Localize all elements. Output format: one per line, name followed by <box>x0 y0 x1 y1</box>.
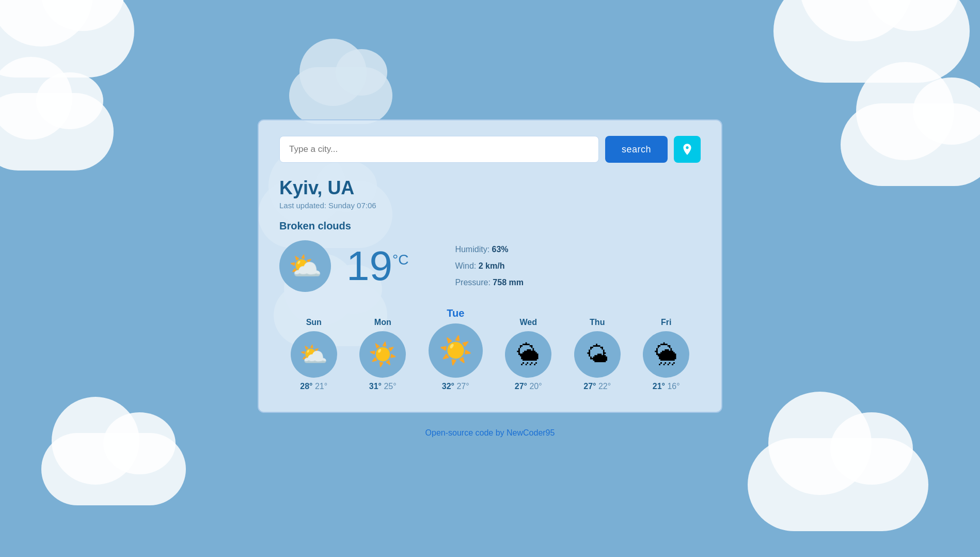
forecast-lo: 16° <box>667 382 679 391</box>
forecast-day-label: Wed <box>520 318 537 327</box>
forecast-hi: 28° <box>300 382 312 391</box>
forecast-day-icon: 🌦 <box>505 331 551 378</box>
forecast-day-temps: 31° 25° <box>369 382 397 391</box>
current-condition-label: Broken clouds <box>279 220 701 232</box>
location-pin-icon <box>681 143 694 156</box>
background-cloud-6 <box>748 438 928 531</box>
forecast-day-temps: 32° 27° <box>442 382 469 391</box>
temperature-value: 19 <box>346 245 392 287</box>
city-name: Kyiv, UA <box>279 177 701 199</box>
footer-link[interactable]: Open-source code by NewCoder95 <box>425 428 555 438</box>
forecast-day-label: Thu <box>590 318 605 327</box>
background-cloud-2 <box>773 0 970 83</box>
location-button[interactable] <box>674 136 701 163</box>
forecast-lo: 21° <box>315 382 327 391</box>
forecast-day-icon: ☀️ <box>429 323 483 378</box>
forecast-hi: 21° <box>653 382 665 391</box>
forecast-day-icon: 🌤 <box>574 331 621 378</box>
temperature-display: 19 °C <box>346 245 408 287</box>
weather-details: Humidity: 63% Wind: 2 km/h Pressure: 758… <box>455 241 524 291</box>
forecast-day: Tue☀️32° 27° <box>429 307 483 391</box>
pressure-value: 758 mm <box>493 278 524 287</box>
forecast-day-label: Mon <box>374 318 391 327</box>
background-cloud-5 <box>41 433 186 505</box>
humidity-label: Humidity: <box>455 245 489 254</box>
forecast-day-temps: 27° 22° <box>583 382 611 391</box>
temperature-unit: °C <box>392 253 408 267</box>
current-weather-row: ⛅ 19 °C Humidity: 63% Wind: 2 km/h Press… <box>279 240 701 292</box>
humidity-row: Humidity: 63% <box>455 241 524 258</box>
forecast-day: Sun⛅28° 21° <box>291 318 337 391</box>
forecast-lo: 22° <box>598 382 611 391</box>
last-updated: Last updated: Sunday 07:06 <box>279 201 701 210</box>
forecast-day-temps: 28° 21° <box>300 382 327 391</box>
weather-card: search Kyiv, UA Last updated: Sunday 07:… <box>258 119 722 413</box>
forecast-hi: 32° <box>442 382 454 391</box>
forecast-day-icon: 🌦 <box>643 331 689 378</box>
pressure-label: Pressure: <box>455 278 490 287</box>
background-cloud-4 <box>841 103 980 186</box>
forecast-day-label: Fri <box>661 318 671 327</box>
wind-row: Wind: 2 km/h <box>455 258 524 274</box>
forecast-day: Wed🌦27° 20° <box>505 318 551 391</box>
search-row: search <box>279 136 701 163</box>
forecast-day: Fri🌦21° 16° <box>643 318 689 391</box>
forecast-day: Mon☀️31° 25° <box>359 318 406 391</box>
forecast-day-icon: ⛅ <box>291 331 337 378</box>
background-cloud-1 <box>0 0 134 78</box>
forecast-day-label: Tue <box>447 307 464 319</box>
forecast-hi: 27° <box>583 382 596 391</box>
forecast-lo: 20° <box>529 382 542 391</box>
forecast-day: Thu🌤27° 22° <box>574 318 621 391</box>
forecast-lo: 25° <box>384 382 396 391</box>
forecast-day-label: Sun <box>306 318 322 327</box>
forecast-hi: 31° <box>369 382 382 391</box>
background-cloud-3 <box>0 93 114 171</box>
search-button[interactable]: search <box>605 136 668 163</box>
forecast-day-temps: 21° 16° <box>653 382 680 391</box>
pressure-row: Pressure: 758 mm <box>455 274 524 291</box>
forecast-day-temps: 27° 20° <box>515 382 542 391</box>
forecast-hi: 27° <box>515 382 527 391</box>
humidity-value: 63% <box>492 245 509 254</box>
background-cloud-7 <box>289 67 392 124</box>
forecast-row: Sun⛅28° 21°Mon☀️31° 25°Tue☀️32° 27°Wed🌦2… <box>279 307 701 391</box>
forecast-day-icon: ☀️ <box>359 331 406 378</box>
city-search-input[interactable] <box>279 136 599 163</box>
wind-value: 2 km/h <box>479 261 505 270</box>
forecast-lo: 27° <box>456 382 469 391</box>
current-weather-icon: ⛅ <box>279 240 331 292</box>
wind-label: Wind: <box>455 261 476 270</box>
